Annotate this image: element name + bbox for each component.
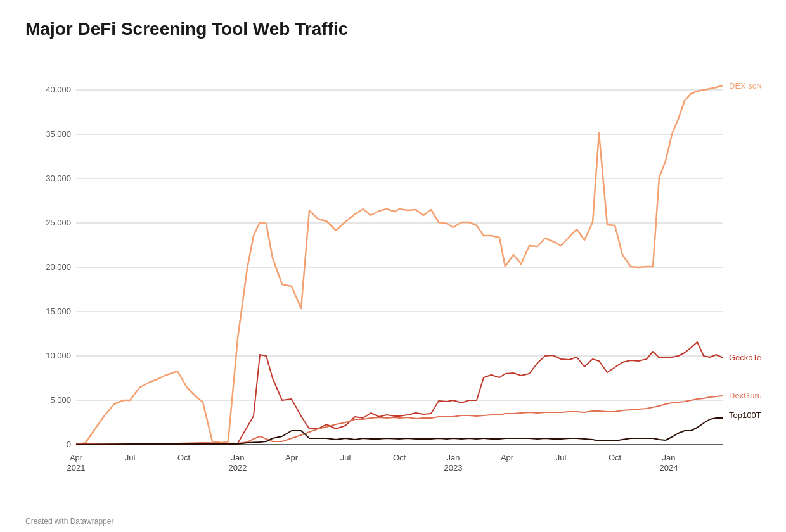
chart-svg: 0 5,000 10,000 15,000 20,000 25,000 30,0…	[25, 58, 761, 489]
top100token-line	[76, 418, 723, 445]
x-label-2024: 2024	[660, 463, 678, 472]
x-label-oct2022: Oct	[393, 453, 406, 462]
dex-guru-line	[76, 396, 723, 445]
y-label-20000: 20,000	[46, 262, 71, 272]
footer-text: Created with Datawrapper	[25, 517, 113, 526]
dex-screener-line	[76, 86, 723, 445]
chart-area: 0 5,000 10,000 15,000 20,000 25,000 30,0…	[25, 58, 761, 489]
x-label-jul2022: Jul	[340, 453, 351, 462]
x-label-oct2023: Oct	[609, 453, 622, 462]
y-label-40000: 40,000	[46, 85, 71, 94]
chart-title: Major DeFi Screening Tool Web Traffic	[25, 19, 761, 39]
x-label-jan2023: Jan	[447, 453, 460, 462]
x-label-jul2021: Jul	[125, 453, 136, 462]
x-label-apr2022: Apr	[285, 453, 299, 462]
x-label-2021: 2021	[67, 463, 86, 472]
legend-dex-screener: DEX screener	[729, 81, 761, 91]
y-label-10000: 10,000	[46, 351, 71, 360]
legend-top100token: Top100Ttoken	[729, 410, 761, 420]
y-label-25000: 25,000	[46, 218, 71, 227]
x-label-2022: 2022	[229, 463, 247, 472]
legend-gecko-terminal: GeckoTerminal	[729, 353, 761, 362]
x-label-apr2021: Apr	[70, 453, 83, 462]
x-label-jan2022: Jan	[231, 453, 245, 462]
y-label-35000: 35,000	[46, 129, 71, 139]
y-label-30000: 30,000	[46, 174, 71, 183]
y-label-5000: 5,000	[50, 395, 71, 405]
x-label-apr2023: Apr	[501, 453, 514, 462]
x-label-jan2024: Jan	[662, 453, 676, 462]
y-label-0: 0	[67, 440, 71, 449]
chart-container: Major DeFi Screening Tool Web Traffic 0 …	[0, 0, 786, 532]
x-label-oct2021: Oct	[177, 453, 191, 462]
y-label-15000: 15,000	[46, 307, 71, 316]
x-label-jul2023: Jul	[556, 453, 567, 462]
x-label-2023: 2023	[444, 463, 463, 472]
legend-dex-guru: DexGuru	[729, 391, 761, 400]
gecko-terminal-line	[76, 342, 723, 444]
